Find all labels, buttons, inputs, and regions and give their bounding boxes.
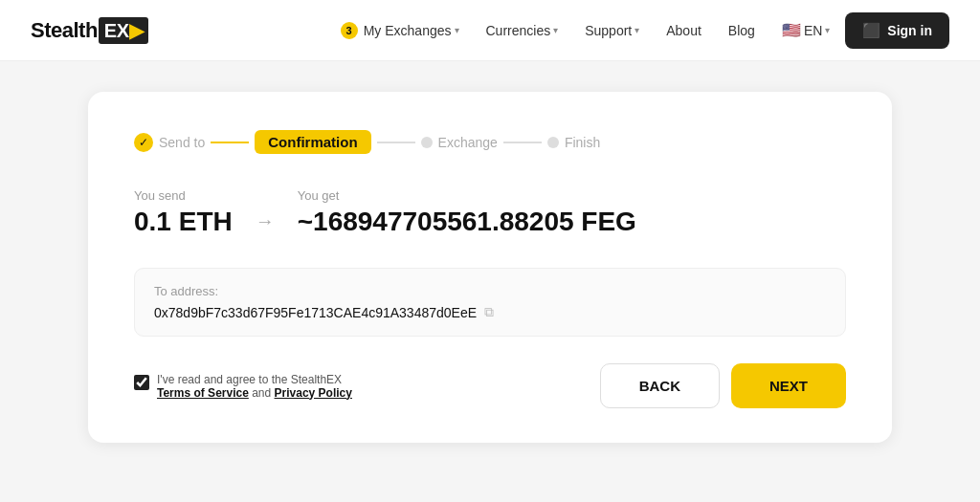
nav-language[interactable]: 🇺🇸 EN ▾	[770, 13, 841, 47]
and-text: and	[252, 386, 271, 400]
logo-arrow-icon: ▶	[129, 20, 144, 41]
checkmark-icon: ✓	[134, 133, 153, 152]
sign-in-label: Sign in	[887, 23, 932, 38]
terms-text: I've read and agree to the StealthEX Ter…	[157, 373, 352, 400]
my-exchanges-label: My Exchanges	[364, 23, 452, 38]
step-exchange: Exchange	[421, 135, 498, 150]
about-label: About	[666, 23, 702, 38]
send-block: You send 0.1 ETH	[134, 188, 233, 237]
language-label: EN	[804, 23, 822, 38]
terms-block: I've read and agree to the StealthEX Ter…	[134, 373, 352, 400]
navbar: Stealth EX▶ 3 My Exchanges ▾ Currencies …	[0, 0, 980, 61]
blog-label: Blog	[728, 23, 755, 38]
logo-brand: Stealth	[31, 18, 98, 43]
flag-icon: 🇺🇸	[782, 21, 801, 39]
chevron-down-icon: ▾	[455, 25, 459, 35]
exchange-info: You send 0.1 ETH → You get ~168947705561…	[134, 188, 846, 237]
confirmation-card: ✓ Send to Confirmation Exchange Finish Y…	[88, 92, 892, 443]
confirmation-label: Confirmation	[255, 130, 370, 154]
step-connector-3	[503, 142, 542, 143]
step-finish-label: Finish	[565, 135, 600, 150]
step-connector-2	[377, 142, 415, 143]
get-block: You get ~168947705561.88205 FEG	[298, 188, 636, 237]
logo: Stealth EX▶	[31, 17, 148, 44]
step-send-to-label: Send to	[159, 135, 205, 150]
step-dot-icon	[421, 137, 433, 148]
chevron-down-icon: ▾	[553, 25, 558, 35]
next-button[interactable]: NEXT	[731, 363, 846, 408]
card-footer: I've read and agree to the StealthEX Ter…	[134, 363, 846, 408]
chevron-down-icon: ▾	[825, 25, 830, 35]
main-content: ✓ Send to Confirmation Exchange Finish Y…	[0, 61, 980, 473]
support-label: Support	[585, 23, 632, 38]
nav-about[interactable]: About	[655, 15, 713, 46]
get-label: You get	[298, 188, 636, 203]
step-exchange-label: Exchange	[438, 135, 498, 150]
send-value: 0.1 ETH	[134, 207, 233, 237]
stepper: ✓ Send to Confirmation Exchange Finish	[134, 130, 846, 154]
send-label: You send	[134, 188, 233, 203]
nav-currencies[interactable]: Currencies ▾	[475, 15, 570, 46]
privacy-policy-link[interactable]: Privacy Policy	[275, 386, 352, 400]
sign-in-icon: ⬛	[862, 22, 880, 39]
get-value: ~168947705561.88205 FEG	[298, 207, 636, 237]
step-confirmation: Confirmation	[255, 130, 370, 154]
address-value: 0x78d9bF7c33d67F95Fe1713CAE4c91A33487d0E…	[154, 304, 826, 320]
sign-in-button[interactable]: ⬛ Sign in	[845, 12, 949, 49]
terms-of-service-link[interactable]: Terms of Service	[157, 386, 249, 400]
step-dot-icon	[547, 137, 559, 148]
address-text: 0x78d9bF7c33d67F95Fe1713CAE4c91A33487d0E…	[154, 305, 477, 320]
terms-checkbox[interactable]	[134, 375, 149, 390]
nav-my-exchanges[interactable]: 3 My Exchanges ▾	[329, 14, 471, 47]
action-buttons: BACK NEXT	[600, 363, 846, 408]
logo-ex: EX▶	[99, 17, 148, 44]
step-send-to: ✓ Send to	[134, 133, 205, 152]
copy-icon[interactable]: ⧉	[484, 304, 494, 320]
step-connector-1	[211, 142, 249, 143]
nav-links: 3 My Exchanges ▾ Currencies ▾ Support ▾ …	[329, 12, 949, 49]
address-block: To address: 0x78d9bF7c33d67F95Fe1713CAE4…	[134, 268, 846, 337]
exchanges-badge: 3	[341, 22, 358, 39]
chevron-down-icon: ▾	[635, 25, 639, 35]
nav-blog[interactable]: Blog	[717, 15, 767, 46]
terms-prefix: I've read and agree to the StealthEX	[157, 373, 342, 386]
back-button[interactable]: BACK	[600, 363, 720, 408]
arrow-right-icon: →	[256, 210, 275, 232]
address-label: To address:	[154, 284, 826, 298]
currencies-label: Currencies	[486, 23, 551, 38]
step-finish: Finish	[547, 135, 600, 150]
nav-support[interactable]: Support ▾	[573, 15, 651, 46]
